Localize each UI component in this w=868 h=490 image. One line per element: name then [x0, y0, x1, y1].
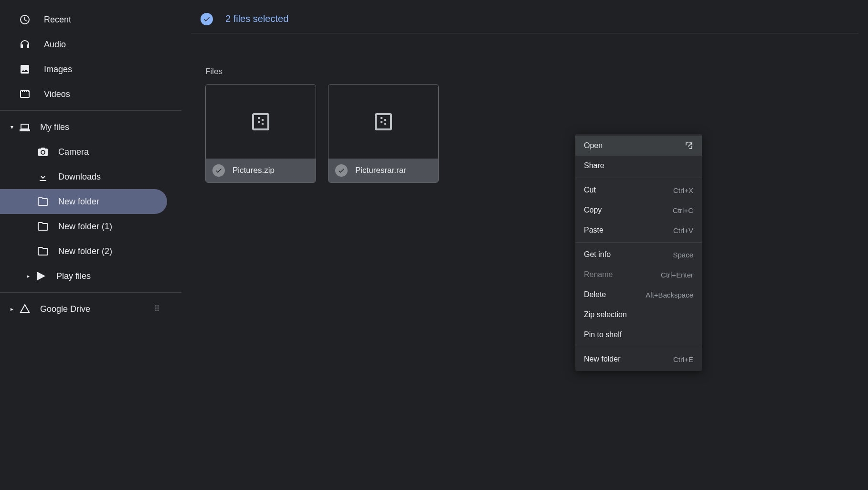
sidebar-label: Downloads — [58, 172, 101, 182]
menu-shortcut: Alt+Backspace — [646, 291, 693, 299]
menu-item-new-folder[interactable]: New folder Ctrl+E — [575, 349, 702, 369]
sidebar-item-audio[interactable]: Audio — [0, 32, 181, 57]
menu-item-rename: Rename Ctrl+Enter — [575, 265, 702, 285]
menu-label: Pin to shelf — [584, 330, 622, 339]
clock-icon — [19, 14, 31, 25]
menu-label: Open — [584, 141, 603, 150]
video-icon — [19, 88, 31, 100]
file-label-bar: Pictures.zip — [206, 159, 316, 182]
sidebar-label: My files — [40, 122, 69, 132]
file-name: Picturesrar.rar — [355, 166, 406, 175]
svg-point-0 — [155, 305, 156, 306]
main-panel: 2 files selected Files Pictures.zip Pict… — [181, 0, 868, 490]
file-grid: Pictures.zip Picturesrar.rar — [181, 84, 868, 183]
svg-rect-10 — [262, 123, 264, 125]
menu-label: Paste — [584, 226, 603, 234]
menu-label: Share — [584, 161, 604, 170]
menu-separator — [575, 242, 702, 243]
menu-item-share[interactable]: Share — [575, 156, 702, 176]
sidebar-label: New folder (2) — [58, 246, 112, 256]
sidebar: Recent Audio Images Videos ▾ My files Ca… — [0, 0, 181, 490]
archive-icon — [249, 110, 272, 133]
check-icon — [335, 164, 348, 177]
svg-rect-13 — [384, 119, 386, 121]
sidebar-item-play-files[interactable]: ▸ Play files — [0, 264, 181, 288]
selection-label: 2 files selected — [225, 13, 288, 24]
sidebar-item-images[interactable]: Images — [0, 57, 181, 82]
sidebar-item-recent[interactable]: Recent — [0, 7, 181, 32]
selection-bar: 2 files selected — [191, 5, 858, 33]
menu-shortcut: Ctrl+X — [673, 186, 693, 194]
sidebar-label: New folder — [58, 197, 99, 207]
selection-check-icon[interactable] — [201, 13, 213, 25]
menu-item-paste[interactable]: Paste Ctrl+V — [575, 220, 702, 240]
file-card[interactable]: Picturesrar.rar — [328, 84, 439, 183]
svg-rect-6 — [253, 114, 268, 129]
svg-rect-15 — [384, 123, 386, 125]
file-name: Pictures.zip — [233, 166, 275, 175]
divider — [0, 110, 181, 111]
open-external-icon — [685, 141, 693, 150]
menu-item-open[interactable]: Open — [575, 136, 702, 156]
sidebar-item-new-folder[interactable]: New folder — [0, 189, 167, 214]
menu-item-pin-to-shelf[interactable]: Pin to shelf — [575, 325, 702, 345]
sidebar-label: Images — [44, 64, 72, 75]
chevron-down-icon: ▾ — [9, 124, 15, 130]
svg-rect-11 — [376, 114, 391, 129]
menu-item-zip-selection[interactable]: Zip selection — [575, 305, 702, 325]
menu-shortcut: Ctrl+E — [673, 355, 693, 363]
menu-item-cut[interactable]: Cut Ctrl+X — [575, 180, 702, 200]
menu-separator — [575, 347, 702, 347]
sidebar-item-new-folder-2[interactable]: New folder (2) — [0, 239, 181, 264]
eject-icon[interactable] — [154, 304, 162, 315]
file-label-bar: Picturesrar.rar — [328, 159, 438, 182]
svg-rect-14 — [381, 121, 382, 123]
svg-point-5 — [158, 309, 159, 310]
menu-label: Delete — [584, 290, 606, 299]
menu-shortcut: Ctrl+V — [673, 226, 693, 234]
play-icon — [35, 270, 47, 282]
menu-item-get-info[interactable]: Get info Space — [575, 245, 702, 265]
file-thumbnail — [328, 85, 438, 159]
menu-label: Get info — [584, 250, 611, 259]
menu-separator — [575, 178, 702, 178]
menu-label: Rename — [584, 270, 613, 279]
drive-icon — [19, 303, 31, 315]
download-icon — [37, 171, 49, 182]
svg-point-1 — [158, 305, 159, 306]
svg-rect-8 — [262, 119, 264, 121]
sidebar-label: Play files — [56, 271, 91, 281]
context-menu: Open Share Cut Ctrl+X Copy Ctrl+C Paste … — [575, 134, 702, 371]
menu-label: Zip selection — [584, 310, 627, 319]
menu-item-copy[interactable]: Copy Ctrl+C — [575, 200, 702, 220]
sidebar-label: Camera — [58, 147, 89, 157]
folder-icon — [37, 196, 49, 207]
sidebar-item-videos[interactable]: Videos — [0, 82, 181, 107]
folder-icon — [37, 245, 49, 257]
menu-label: New folder — [584, 355, 620, 363]
menu-shortcut: Ctrl+C — [673, 206, 693, 214]
headphones-icon — [19, 39, 31, 50]
image-icon — [19, 64, 31, 75]
sidebar-item-google-drive[interactable]: ▸ Google Drive — [0, 297, 181, 321]
sidebar-item-camera[interactable]: Camera — [0, 139, 181, 164]
sidebar-label: Recent — [44, 15, 71, 25]
svg-rect-9 — [258, 121, 260, 123]
svg-point-4 — [155, 309, 156, 310]
menu-shortcut: Ctrl+Enter — [661, 271, 693, 279]
svg-point-3 — [158, 307, 159, 308]
file-thumbnail — [206, 85, 316, 159]
sidebar-item-my-files[interactable]: ▾ My files — [0, 115, 181, 139]
menu-item-delete[interactable]: Delete Alt+Backspace — [575, 285, 702, 305]
sidebar-item-downloads[interactable]: Downloads — [0, 164, 181, 189]
sidebar-label: Google Drive — [40, 304, 90, 314]
camera-icon — [37, 146, 49, 158]
menu-label: Copy — [584, 206, 602, 214]
sidebar-item-new-folder-1[interactable]: New folder (1) — [0, 214, 181, 239]
svg-rect-7 — [258, 117, 260, 119]
file-card[interactable]: Pictures.zip — [205, 84, 316, 183]
sidebar-label: New folder (1) — [58, 222, 112, 232]
sidebar-label: Videos — [44, 89, 70, 99]
chevron-right-icon: ▸ — [25, 273, 32, 279]
divider — [0, 292, 181, 293]
